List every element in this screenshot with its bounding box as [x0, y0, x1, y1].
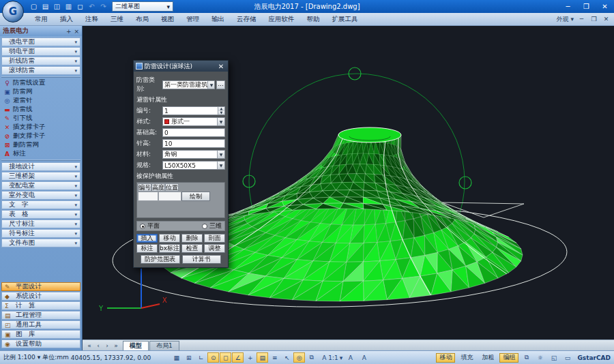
- dialog-button[interactable]: bx标注: [159, 244, 180, 253]
- draw-button[interactable]: 绘制: [181, 192, 210, 201]
- menu-tab[interactable]: 扩展工具: [326, 13, 364, 25]
- dynamic-ucs-icon[interactable]: +: [244, 352, 256, 363]
- snap-icon[interactable]: ▦: [171, 352, 182, 363]
- minimize-button[interactable]: ─: [559, 1, 577, 13]
- palette-category[interactable]: ▣ 图 库: [1, 330, 81, 339]
- table-header-cell[interactable]: 位置: [165, 183, 179, 192]
- polar-tracking-icon[interactable]: ⊙: [207, 352, 219, 363]
- annotation-scale[interactable]: A 1:1▾: [322, 354, 342, 361]
- palette-command[interactable]: ⊠ 删防雷网: [0, 140, 82, 149]
- chevron-down-icon[interactable]: ▼: [217, 118, 224, 125]
- open-file-icon[interactable]: ▤: [40, 1, 50, 12]
- scale-indicator[interactable]: 比例 1:100 ▾: [3, 353, 40, 362]
- menu-tab[interactable]: 管理: [180, 13, 205, 25]
- base-height-input[interactable]: 0: [162, 128, 225, 137]
- category-combo[interactable]: 第一类防雷建筑 ▼: [162, 80, 215, 89]
- palette-category[interactable]: ✎ 平面设计: [1, 282, 81, 291]
- palette-close-icon[interactable]: ×: [74, 28, 79, 35]
- plot-icon[interactable]: ▥: [63, 1, 74, 12]
- table-cell[interactable]: [158, 192, 181, 201]
- pin-height-input[interactable]: 10: [162, 139, 225, 148]
- grid-icon[interactable]: ⊞: [183, 352, 194, 363]
- close-button[interactable]: ✕: [596, 1, 614, 13]
- chevron-down-icon[interactable]: ▼: [217, 151, 224, 158]
- doc-minimize-button[interactable]: ─: [577, 16, 586, 22]
- dialog-button-wide[interactable]: 防护范围表: [141, 255, 180, 264]
- palette-group[interactable]: 变配电室▾: [1, 181, 81, 190]
- doc-restore-button[interactable]: ❒: [589, 16, 598, 22]
- undo-icon[interactable]: ↶: [87, 1, 97, 12]
- layout-tab[interactable]: 布局1: [149, 341, 179, 350]
- menu-tab[interactable]: 常用: [29, 13, 54, 25]
- quick-view-icon[interactable]: ◎: [293, 352, 305, 363]
- table-header-cell[interactable]: 高度: [151, 183, 165, 192]
- material-combo[interactable]: 角钢 ▼: [162, 150, 225, 159]
- menu-tab[interactable]: 插入: [54, 13, 79, 25]
- object-snap-icon[interactable]: ◻: [220, 352, 231, 363]
- chevron-down-icon[interactable]: ▼: [217, 162, 224, 169]
- dialog-close-icon[interactable]: ✕: [216, 63, 226, 70]
- dialog-button[interactable]: 调整: [204, 244, 225, 253]
- palette-category[interactable]: ◰ 通用工具: [1, 320, 81, 329]
- app-logo-icon[interactable]: G: [2, 1, 24, 22]
- status-toggle[interactable]: 加粗: [478, 353, 497, 363]
- palette-group[interactable]: 弱电平面▾: [1, 47, 81, 56]
- dialog-button[interactable]: 移动: [159, 234, 180, 243]
- palette-group[interactable]: 表 格▾: [1, 210, 81, 219]
- quick-properties-icon[interactable]: ⧉: [306, 352, 317, 363]
- select-cycling-icon[interactable]: ↖: [281, 352, 293, 363]
- tab-nav-arrow-icon[interactable]: ‹: [95, 342, 102, 349]
- palette-group[interactable]: 室外变电▾: [1, 191, 81, 200]
- redo-icon[interactable]: ↷: [98, 1, 108, 12]
- save-icon[interactable]: ◫: [52, 1, 62, 12]
- workspace-select[interactable]: 二维草图 ▾: [112, 1, 173, 12]
- annotation-visibility-icon[interactable]: A: [345, 352, 356, 363]
- palette-group[interactable]: 三维桥架▾: [1, 172, 81, 181]
- palette-group[interactable]: 文 字▾: [1, 200, 81, 209]
- palette-group[interactable]: 接地设计▾: [1, 162, 81, 171]
- fullscreen-icon[interactable]: ▭: [561, 352, 573, 363]
- menu-tab[interactable]: 三维: [104, 13, 130, 25]
- palette-command[interactable]: ▬ 防雷线: [0, 105, 82, 114]
- tab-nav-arrow-icon[interactable]: ›: [104, 342, 111, 349]
- chevron-down-icon[interactable]: ▼: [207, 81, 215, 89]
- palette-command[interactable]: ◎ 避雷针: [0, 96, 82, 105]
- dialog-button[interactable]: 删除: [181, 234, 203, 243]
- palette-command[interactable]: ✎ 引下线: [0, 114, 82, 123]
- threed-radio[interactable]: 三维: [202, 222, 222, 230]
- menu-tab[interactable]: 帮助: [301, 13, 326, 25]
- number-stepper[interactable]: ▲▼: [218, 107, 224, 115]
- doc-close-button[interactable]: ✕: [602, 16, 611, 22]
- tab-nav-arrow-icon[interactable]: «: [86, 342, 93, 349]
- pin-icon[interactable]: +: [66, 28, 72, 35]
- dialog-button[interactable]: 插入: [136, 234, 158, 243]
- palette-group[interactable]: 尺寸标注▾: [1, 219, 81, 228]
- status-toggle[interactable]: 编组: [499, 353, 518, 363]
- dialog-button[interactable]: 剖面: [204, 234, 225, 243]
- bulb-icon[interactable]: ☼: [534, 352, 546, 363]
- clean-screen-icon[interactable]: ◱: [548, 352, 559, 363]
- palette-command[interactable]: ✕ 插支撑卡子: [0, 123, 82, 132]
- switch-window-icon[interactable]: ⧉: [521, 352, 532, 363]
- palette-command[interactable]: ⊘ 删支撑卡子: [0, 132, 82, 140]
- ortho-icon[interactable]: ∟: [195, 352, 207, 363]
- table-header-cell[interactable]: 编号: [138, 183, 151, 192]
- appearance-menu[interactable]: 外观 ▾: [557, 15, 574, 24]
- palette-category[interactable]: Σ 计 算: [1, 301, 81, 310]
- restore-button[interactable]: ❒: [577, 1, 596, 13]
- dialog-button-wide[interactable]: 计算书: [182, 255, 222, 264]
- object-tracking-icon[interactable]: ∠: [232, 352, 244, 363]
- palette-group[interactable]: 折线防雷▾: [1, 57, 81, 65]
- dialog-button[interactable]: 标注: [136, 244, 158, 253]
- palette-category[interactable]: ▤ 工程管理: [1, 311, 81, 320]
- menu-tab[interactable]: 输出: [205, 13, 231, 25]
- dynamic-input-icon[interactable]: ▤: [257, 352, 268, 363]
- dialog-button[interactable]: 检查: [181, 244, 203, 253]
- palette-command[interactable]: ♀ 防雷线设置: [0, 78, 82, 87]
- palette-group[interactable]: 符号标注▾: [1, 229, 81, 238]
- palette-category[interactable]: ◉ 设置帮助: [1, 339, 81, 348]
- number-input[interactable]: 1 ▲▼: [162, 106, 225, 115]
- dialog-title-bar[interactable]: 防雷设计(滚球法) ✕: [134, 61, 228, 72]
- palette-command[interactable]: A 标注: [0, 149, 82, 158]
- spec-combo[interactable]: L50X50X5 ▼: [162, 161, 225, 170]
